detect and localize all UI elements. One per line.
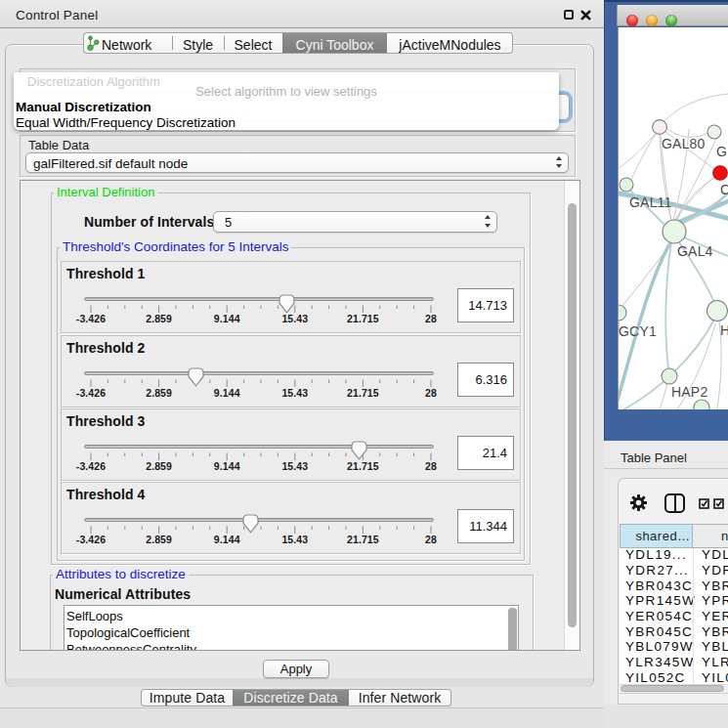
svg-text:GAL4: GAL4 <box>677 243 713 259</box>
svg-text:GAL11: GAL11 <box>629 194 672 210</box>
svg-text:GCY1: GCY1 <box>619 323 657 339</box>
svg-text:H: H <box>720 322 728 338</box>
svg-text:G: G <box>716 144 727 159</box>
svg-text:HAP2: HAP2 <box>671 384 707 400</box>
svg-text:C: C <box>720 182 728 197</box>
svg-text:GAL80: GAL80 <box>662 136 706 151</box>
